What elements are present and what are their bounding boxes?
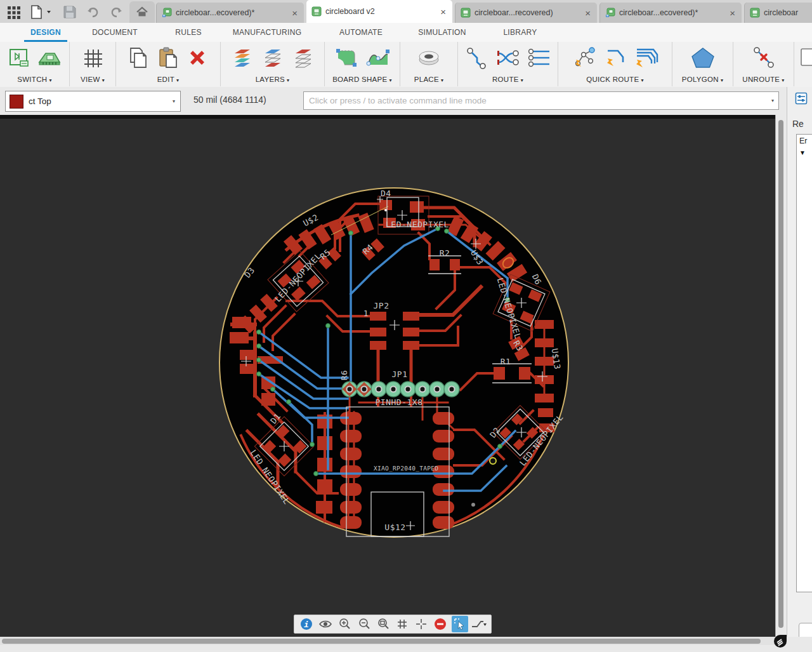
tab-simulation[interactable]: SIMULATION [415, 23, 469, 42]
command-line[interactable]: ▾ [303, 91, 779, 110]
redo-icon[interactable] [109, 4, 124, 20]
grid-toggle-icon[interactable] [394, 616, 410, 632]
group-unroute[interactable]: UNROUTE▾ [733, 42, 794, 86]
doc-tab-3[interactable]: circleboar...recovered) × [455, 3, 597, 23]
vertical-scroll-thumb[interactable] [778, 120, 783, 628]
vertical-scrollbar [775, 115, 787, 637]
drill-hole [471, 503, 475, 507]
panel-list-item[interactable]: Er [797, 135, 812, 145]
zoom-fit-icon[interactable] [375, 616, 391, 632]
command-line-input[interactable] [304, 96, 769, 105]
label-r2: R2 [440, 248, 450, 258]
route-multi-icon[interactable] [527, 46, 552, 70]
tab-rules[interactable]: RULES [167, 23, 209, 42]
route-diffpair-icon[interactable] [495, 46, 521, 70]
zoom-in-icon[interactable] [336, 616, 353, 632]
cursor-coordinates: 50 mil (4684 1114) [193, 95, 266, 105]
board-icon [461, 8, 471, 18]
tab-manufacturing[interactable]: MANUFACTURING [229, 23, 305, 42]
group-layers[interactable]: LAYERS▾ [221, 42, 325, 86]
home-button[interactable] [129, 1, 155, 23]
group-switch[interactable]: SWITCH▾ [0, 42, 70, 86]
group-board-shape[interactable]: BOARD SHAPE▾ [325, 42, 400, 86]
board-recovered-icon [605, 8, 615, 18]
tab-design[interactable]: DESIGN [24, 23, 67, 42]
doc-tab-label: circleboard v2 [325, 7, 435, 16]
horizontal-scroll-thumb[interactable] [2, 639, 761, 644]
info-icon[interactable]: i [298, 616, 315, 632]
save-icon[interactable] [62, 4, 77, 20]
horizontal-scrollbar [0, 637, 775, 645]
select-tool-icon[interactable] [452, 616, 468, 632]
bend-style-icon[interactable] [471, 616, 487, 632]
layers-stack-icon[interactable] [230, 46, 255, 70]
label-jp1: JP1 [392, 369, 408, 379]
origin-crosshair-icon[interactable] [413, 616, 429, 632]
tab-document[interactable]: DOCUMENT [93, 23, 136, 42]
visibility-eye-icon[interactable] [317, 616, 334, 632]
pcb-canvas-area[interactable]: D4 LED-NEOPIXEL U$2 D3 LED-NEOPIXEL R5 R… [0, 115, 775, 637]
group-place[interactable]: PLACE▾ [400, 42, 458, 86]
tab-close-icon[interactable]: × [728, 8, 737, 18]
copy-icon[interactable] [127, 46, 151, 70]
tab-close-icon[interactable]: × [291, 8, 299, 18]
job-status-badge-icon[interactable] [773, 634, 787, 648]
undo-icon[interactable] [85, 4, 100, 20]
label-r6: R6 [339, 370, 349, 381]
tab-close-icon[interactable]: × [584, 8, 592, 18]
doc-tab-label: circleboar...ecovered)* [176, 8, 287, 17]
board-icon [750, 8, 760, 18]
delete-icon[interactable] [185, 46, 209, 70]
polygon-icon[interactable] [690, 46, 716, 70]
zoom-out-icon[interactable] [356, 616, 372, 632]
unroute-icon[interactable] [751, 46, 776, 70]
label-r1: R1 [501, 357, 511, 366]
pcb-board-view[interactable]: D4 LED-NEOPIXEL U$2 D3 LED-NEOPIXEL R5 R… [0, 115, 775, 637]
group-route[interactable]: ROUTE▾ [458, 42, 558, 86]
expand-caret-icon[interactable]: ▼ [797, 145, 812, 156]
home-icon [136, 6, 148, 18]
panel-heading: Re [792, 119, 804, 129]
bottom-bar [0, 637, 812, 652]
dropdown-caret-icon[interactable]: ▾ [771, 98, 774, 103]
switch-schematic-icon[interactable] [8, 46, 32, 70]
clipped-tool-icon[interactable] [801, 48, 812, 67]
group-view[interactable]: VIEW▾ [70, 42, 116, 86]
stop-icon[interactable] [432, 616, 449, 632]
file-new-caret-icon[interactable] [46, 9, 52, 15]
layer-selector[interactable]: ct Top ▾ [5, 91, 181, 112]
doc-tab-2-active[interactable]: circleboard v2 × [306, 0, 452, 23]
layer-command-row: ct Top ▾ 50 mil (4684 1114) ▾ [0, 87, 812, 116]
tab-library[interactable]: LIBRARY [498, 23, 542, 42]
place-donut-icon[interactable] [416, 46, 442, 70]
doc-tab-1[interactable]: circleboar...ecovered)* × [156, 3, 304, 23]
file-new-icon[interactable] [29, 4, 44, 20]
layers-single-icon[interactable] [291, 46, 316, 70]
switch-board-icon[interactable] [37, 46, 62, 70]
paste-icon[interactable] [156, 46, 180, 70]
group-edit[interactable]: EDIT▾ [116, 42, 221, 86]
dropdown-caret-icon: ▾ [782, 77, 784, 83]
label-jp2-pin1: 1 [363, 309, 369, 318]
tab-close-icon[interactable]: × [439, 6, 447, 17]
layers-outline-icon[interactable] [260, 46, 285, 70]
app-grid-icon[interactable] [6, 4, 22, 20]
label-pinhd: PINHD-1X8 [376, 397, 423, 407]
panel-settings-icon[interactable] [795, 92, 808, 105]
dropdown-caret-icon: ▾ [521, 77, 523, 83]
quickroute-single-icon[interactable] [603, 46, 628, 70]
panel-list[interactable]: Er ▼ [796, 134, 812, 592]
quickroute-auto-icon[interactable] [571, 46, 598, 70]
group-quick-route[interactable]: QUICK ROUTE▾ [558, 42, 672, 86]
dropdown-caret-icon: ▾ [641, 77, 643, 83]
view-grid-icon[interactable] [81, 46, 105, 70]
board-shape-spline-icon[interactable] [365, 46, 391, 70]
quickroute-bus-icon[interactable] [633, 46, 660, 70]
group-polygon[interactable]: POLYGON▾ [672, 42, 733, 86]
tab-automate[interactable]: AUTOMATE [336, 23, 386, 42]
board-shape-outline-icon[interactable] [333, 46, 360, 70]
label-jp2: JP2 [374, 301, 390, 310]
route-manual-icon[interactable] [464, 46, 490, 70]
doc-tab-5[interactable]: circleboar [744, 3, 812, 23]
doc-tab-4[interactable]: circleboar...ecovered)* × [599, 3, 742, 23]
